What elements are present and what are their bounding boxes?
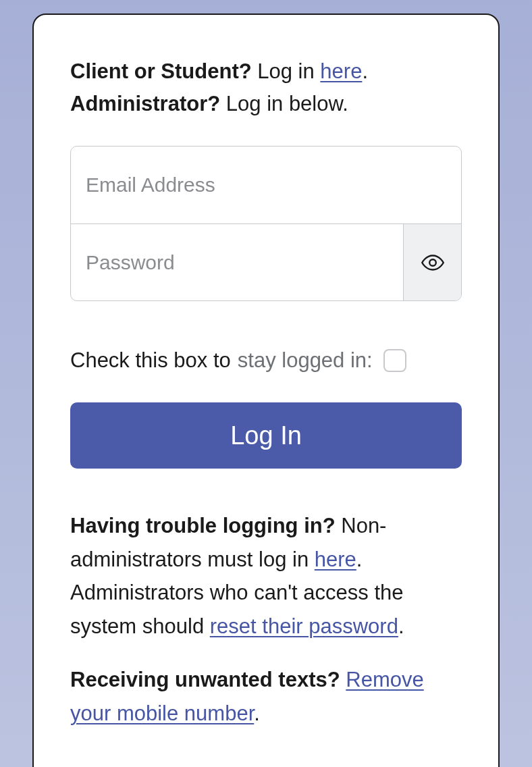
client-prompt-text: Log in — [252, 59, 321, 83]
reset-password-link[interactable]: reset their password — [210, 614, 398, 638]
email-input[interactable] — [71, 147, 461, 223]
password-row — [71, 223, 461, 300]
stay-prefix: Check this box to — [70, 348, 231, 373]
intro-text: Client or Student? Log in here. Administ… — [70, 55, 462, 120]
login-card: Client or Student? Log in here. Administ… — [32, 14, 500, 767]
unwanted-bold: Receiving unwanted texts? — [70, 668, 340, 691]
toggle-password-button[interactable] — [403, 224, 461, 300]
trouble-text: Having trouble logging in? Non-administr… — [70, 509, 462, 643]
credentials-group — [70, 146, 462, 301]
nonadmin-login-link[interactable]: here — [315, 548, 356, 571]
eye-icon — [421, 250, 445, 275]
unwanted-texts: Receiving unwanted texts? Remove your mo… — [70, 663, 462, 730]
admin-prompt-bold: Administrator? — [70, 92, 220, 115]
stay-grey: stay logged in: — [238, 348, 373, 373]
client-prompt-bold: Client or Student? — [70, 59, 252, 83]
stay-logged-in-row: Check this box to stay logged in: — [70, 348, 462, 373]
admin-prompt-text: Log in below. — [220, 92, 348, 115]
client-login-link[interactable]: here — [320, 59, 362, 83]
svg-point-0 — [429, 259, 436, 266]
login-button[interactable]: Log In — [70, 402, 462, 469]
stay-logged-in-checkbox[interactable] — [383, 349, 406, 372]
trouble-bold: Having trouble logging in? — [70, 514, 336, 537]
email-row — [71, 147, 461, 223]
password-input[interactable] — [71, 224, 403, 300]
